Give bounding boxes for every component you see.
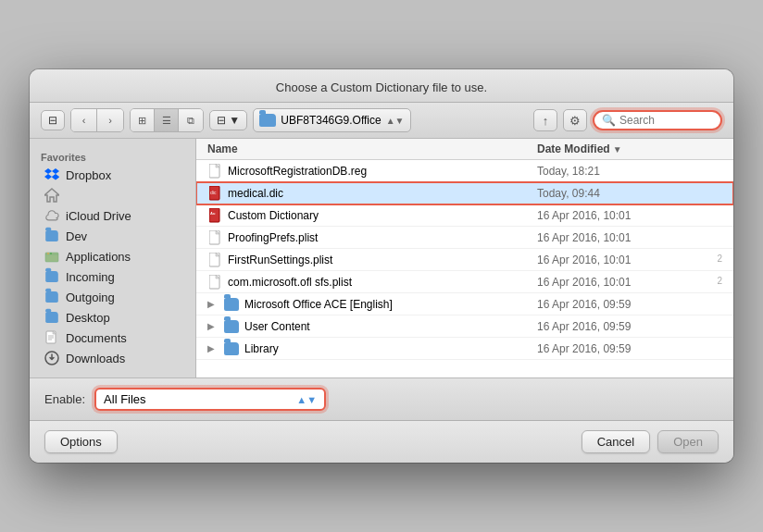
cancel-button[interactable]: Cancel: [582, 430, 650, 453]
dialog-title: Choose a Custom Dictionary file to use.: [276, 80, 487, 94]
table-row[interactable]: ProofingPrefs.plist 16 Apr 2016, 10:01: [196, 227, 733, 249]
location-folder-icon: [259, 114, 276, 127]
sidebar-item-label: Applications: [66, 250, 131, 264]
sidebar-item-applications[interactable]: Applications: [33, 246, 192, 266]
enable-label: Enable:: [44, 392, 85, 406]
file-date-cell: 16 Apr 2016, 10:01 2: [537, 254, 722, 266]
sidebar-item-label: Dev: [66, 229, 87, 243]
file-date-cell: 16 Apr 2016, 10:01: [537, 231, 722, 244]
expand-arrow-icon[interactable]: ▶: [207, 299, 219, 309]
file-icon: [207, 275, 222, 290]
table-row[interactable]: ▶ Library 16 Apr 2016, 09:59: [196, 338, 733, 360]
view-list-button[interactable]: ☰: [155, 109, 179, 131]
table-row[interactable]: dic medical.dic Today, 09:44: [196, 182, 733, 204]
nav-group: ‹ ›: [70, 108, 124, 132]
sidebar-item-home[interactable]: [33, 185, 192, 205]
sidebar-toggle-button[interactable]: ⊟: [41, 110, 65, 130]
svg-rect-6: [45, 253, 58, 262]
expand-arrow-icon[interactable]: ▶: [207, 343, 219, 353]
action-button[interactable]: ⚙: [563, 109, 587, 131]
sidebar-item-downloads[interactable]: Downloads: [33, 348, 192, 368]
view-columns-button[interactable]: ⧉: [179, 109, 203, 131]
sidebar-item-outgoing[interactable]: Outgoing: [33, 287, 192, 307]
sidebar-item-label: Dropbox: [66, 168, 111, 182]
overflow-indicator: 2: [717, 276, 722, 289]
overflow-indicator: 2: [717, 254, 722, 266]
sidebar-item-dev[interactable]: Dev: [33, 226, 192, 246]
documents-icon: [44, 330, 59, 345]
options-button[interactable]: Options: [44, 430, 118, 453]
incoming-folder-icon: [44, 269, 59, 284]
file-icon: dic: [207, 186, 222, 201]
file-name-cell: dic medical.dic: [207, 186, 537, 201]
table-row[interactable]: ▶ User Content 16 Apr 2016, 09:59: [196, 315, 733, 338]
open-button[interactable]: Open: [657, 430, 719, 453]
table-row[interactable]: FirstRunSettings.plist 16 Apr 2016, 10:0…: [196, 249, 733, 271]
file-date-cell: 16 Apr 2016, 09:59: [537, 320, 722, 333]
icon-view-icon: ⊞: [138, 115, 146, 127]
share-button[interactable]: ↑: [533, 109, 557, 131]
location-button[interactable]: UBF8T346G9.Office ▲▼: [253, 108, 410, 132]
sidebar-item-documents[interactable]: Documents: [33, 328, 192, 348]
file-name-cell: FirstRunSettings.plist: [207, 253, 537, 267]
file-name-cell: ▶ User Content: [207, 319, 537, 334]
list-view-icon: ☰: [162, 115, 171, 127]
sidebar-item-label: Downloads: [66, 352, 125, 365]
col-date-header[interactable]: Date Modified ▼: [537, 142, 722, 155]
button-bar: Options Cancel Open: [30, 420, 733, 463]
enable-select[interactable]: All Files Custom Dictionary Files All Do…: [94, 388, 326, 411]
main-panel: Name Date Modified ▼: [196, 139, 733, 377]
view-icon-button[interactable]: ⊞: [131, 109, 155, 131]
back-button[interactable]: ‹: [71, 109, 97, 131]
svg-text:Au: Au: [210, 211, 216, 216]
file-name-cell: com.microsoft.ofl sfs.plist: [207, 275, 537, 290]
table-row[interactable]: MicrosoftRegistrationDB.reg Today, 18:21: [196, 160, 733, 182]
sidebar: Favorites Dropbox: [30, 139, 196, 377]
search-input[interactable]: [619, 114, 713, 127]
title-bar: Choose a Custom Dictionary file to use.: [30, 69, 733, 103]
sidebar-item-label: Documents: [66, 331, 127, 345]
dev-folder-icon: [44, 229, 59, 243]
enable-bar: Enable: All Files Custom Dictionary File…: [30, 377, 733, 420]
file-icon: [207, 164, 222, 179]
svg-marker-2: [44, 174, 52, 179]
search-box[interactable]: 🔍: [593, 110, 722, 130]
dropbox-icon: [44, 167, 59, 182]
home-icon: [44, 188, 59, 203]
table-row[interactable]: com.microsoft.ofl sfs.plist 16 Apr 2016,…: [196, 271, 733, 293]
table-row[interactable]: ▶ Microsoft Office ACE [English] 16 Apr …: [196, 293, 733, 315]
folder-icon: [224, 297, 239, 312]
svg-point-7: [47, 253, 49, 254]
share-icon: ↑: [543, 114, 549, 128]
file-date-cell: 16 Apr 2016, 09:59: [537, 342, 722, 355]
toolbar: ⊟ ‹ › ⊞ ☰ ⧉ ⊟ ▼ UBF8T346G9.: [30, 103, 733, 139]
sidebar-item-label: Desktop: [66, 311, 110, 325]
sidebar-icon: ⊟: [48, 114, 57, 127]
chevron-down-icon: ▲▼: [386, 116, 405, 126]
folder-icon: [224, 319, 239, 334]
sidebar-item-label: Outgoing: [66, 291, 115, 304]
file-name-cell: MicrosoftRegistrationDB.reg: [207, 164, 537, 179]
grid-view-button[interactable]: ⊟ ▼: [209, 110, 247, 130]
folder-icon: [224, 341, 239, 356]
icloud-icon: [44, 208, 59, 223]
sidebar-item-incoming[interactable]: Incoming: [33, 266, 192, 287]
svg-marker-1: [52, 168, 59, 174]
downloads-icon: [44, 351, 59, 365]
columns-view-icon: ⧉: [187, 115, 194, 127]
content-area: Favorites Dropbox: [30, 139, 733, 377]
svg-marker-5: [44, 189, 59, 202]
file-list: MicrosoftRegistrationDB.reg Today, 18:21…: [196, 160, 733, 377]
forward-button[interactable]: ›: [97, 109, 123, 131]
sidebar-item-icloud[interactable]: iCloud Drive: [33, 205, 192, 226]
table-row[interactable]: Au Custom Dictionary 16 Apr 2016, 10:01: [196, 204, 733, 227]
svg-point-8: [50, 253, 52, 254]
svg-marker-4: [52, 175, 59, 180]
col-name-header[interactable]: Name: [207, 142, 537, 155]
sidebar-item-dropbox[interactable]: Dropbox: [33, 165, 192, 185]
sidebar-item-desktop[interactable]: Desktop: [33, 307, 192, 328]
location-label: UBF8T346G9.Office: [281, 114, 382, 127]
file-icon: [207, 253, 222, 267]
expand-arrow-icon[interactable]: ▶: [207, 321, 219, 331]
enable-dropdown[interactable]: All Files Custom Dictionary Files All Do…: [104, 392, 293, 406]
